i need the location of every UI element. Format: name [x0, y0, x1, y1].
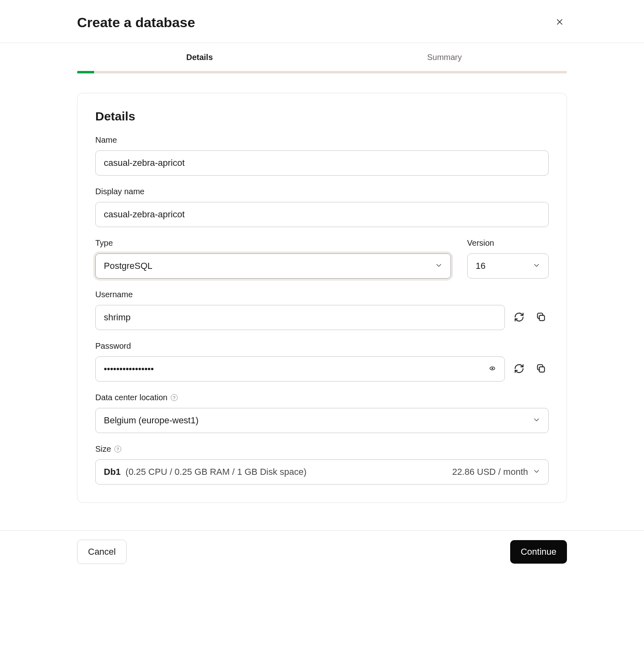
display-name-input[interactable] — [95, 202, 549, 227]
toggle-password-visibility-button[interactable] — [487, 363, 498, 375]
refresh-icon — [514, 363, 524, 375]
refresh-icon — [514, 312, 524, 324]
close-button[interactable] — [552, 15, 567, 30]
name-input[interactable] — [95, 150, 549, 176]
section-title: Details — [95, 109, 549, 123]
continue-button[interactable]: Continue — [510, 540, 567, 564]
svg-rect-2 — [539, 315, 545, 320]
username-input[interactable] — [95, 305, 505, 330]
size-label: Size ? — [95, 444, 549, 454]
type-select[interactable]: PostgreSQL — [95, 253, 451, 279]
regenerate-password-button[interactable] — [511, 361, 527, 378]
page-title: Create a database — [77, 15, 195, 30]
help-icon[interactable]: ? — [171, 394, 178, 401]
size-price: 22.86 USD / month — [452, 467, 528, 477]
copy-icon — [536, 312, 546, 324]
eye-icon — [489, 365, 496, 373]
copy-icon — [536, 363, 546, 375]
tab-summary[interactable]: Summary — [322, 43, 567, 71]
svg-point-4 — [492, 368, 493, 369]
close-icon — [556, 18, 564, 27]
data-center-label: Data center location ? — [95, 393, 549, 402]
version-select[interactable]: 16 — [467, 253, 549, 279]
type-label: Type — [95, 238, 451, 248]
username-label: Username — [95, 290, 549, 299]
regenerate-username-button[interactable] — [511, 309, 527, 326]
size-name: Db1 — [104, 467, 121, 477]
password-input[interactable] — [95, 356, 505, 382]
tab-details[interactable]: Details — [77, 43, 322, 71]
help-icon[interactable]: ? — [114, 446, 121, 453]
size-select[interactable]: Db1 (0.25 CPU / 0.25 GB RAM / 1 GB Disk … — [95, 459, 549, 485]
cancel-button[interactable]: Cancel — [77, 540, 127, 564]
password-label: Password — [95, 341, 549, 351]
version-label: Version — [467, 238, 549, 248]
copy-username-button[interactable] — [533, 309, 549, 326]
size-spec: (0.25 CPU / 0.25 GB RAM / 1 GB Disk spac… — [126, 467, 307, 477]
progress-fill — [77, 71, 94, 73]
svg-rect-5 — [539, 367, 545, 372]
display-name-label: Display name — [95, 187, 549, 196]
name-label: Name — [95, 135, 549, 145]
progress-bar — [77, 71, 567, 73]
data-center-select[interactable]: Belgium (europe-west1) — [95, 408, 549, 433]
copy-password-button[interactable] — [533, 361, 549, 378]
